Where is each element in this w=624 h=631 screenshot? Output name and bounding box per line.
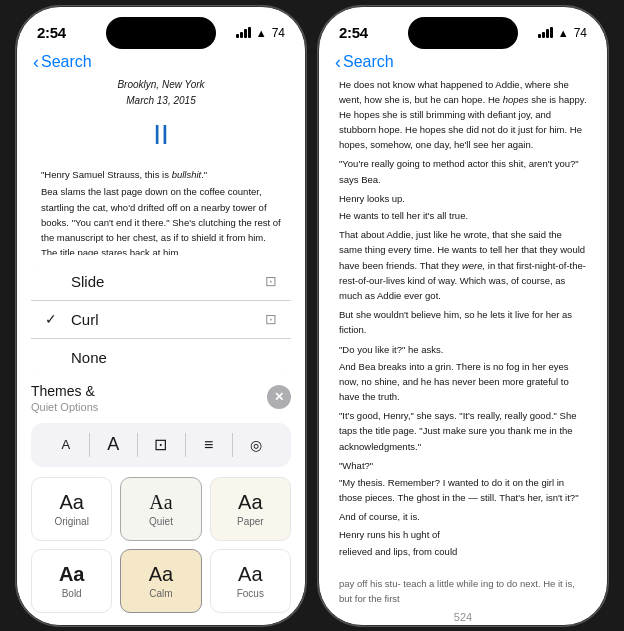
slide-option-curl[interactable]: ✓ Curl ⊡	[31, 301, 291, 339]
theme-paper[interactable]: Aa Paper	[210, 477, 291, 541]
font-spacing-icon: ≡	[204, 436, 213, 454]
rp-14: relieved and lips, from could	[339, 544, 587, 559]
slide-icon-slide: ⊡	[265, 273, 277, 289]
slide-option-slide[interactable]: Slide ⊡	[31, 263, 291, 301]
theme-original-name: Original	[54, 516, 88, 527]
checkmark-curl: ✓	[45, 311, 61, 327]
font-large-icon: A	[107, 434, 119, 455]
font-large-a[interactable]: A	[95, 429, 131, 461]
themes-label: Themes &	[31, 383, 95, 399]
divider-2	[137, 433, 138, 457]
rp-3: Henry looks up.	[339, 191, 587, 206]
status-right-left: ▲ 74	[236, 26, 285, 40]
rp-6: But she wouldn't believe him, so he lets…	[339, 307, 587, 337]
close-button[interactable]: ✕	[267, 385, 291, 409]
back-label-left: Search	[41, 53, 92, 71]
back-arrow-right: ‹	[335, 53, 341, 71]
slide-label-slide: Slide	[71, 273, 104, 290]
wifi-icon: ▲	[256, 27, 267, 39]
rp-13: Henry runs his h ught of	[339, 527, 587, 542]
theme-paper-aa: Aa	[238, 491, 262, 514]
rp-2: "You're really going to method actor thi…	[339, 156, 587, 186]
slide-option-none[interactable]: None	[31, 339, 291, 376]
theme-quiet-name: Quiet	[149, 516, 173, 527]
phones-container: 2:54 ▲ 74 ‹ Search Brooklyn, Ne	[16, 6, 608, 626]
time-left: 2:54	[37, 24, 66, 41]
theme-bold-aa: Aa	[59, 563, 85, 586]
theme-calm-aa: Aa	[149, 563, 173, 586]
back-button-right[interactable]: ‹ Search	[335, 53, 394, 71]
font-small-a[interactable]: A	[48, 429, 84, 461]
left-phone: 2:54 ▲ 74 ‹ Search Brooklyn, Ne	[16, 6, 306, 626]
eye-icon: ◎	[250, 437, 262, 453]
signal-icon-right	[538, 27, 553, 38]
slide-label-none: None	[71, 349, 107, 366]
font-type-icon: ⊡	[154, 435, 167, 454]
themes-section: Themes & Quiet Options ✕	[17, 376, 305, 417]
font-type-button[interactable]: ⊡	[143, 429, 179, 461]
dynamic-island	[106, 17, 216, 49]
display-button[interactable]: ◎	[238, 429, 274, 461]
quiet-options-label: Quiet Options	[31, 401, 98, 413]
divider-3	[185, 433, 186, 457]
battery-left: 74	[272, 26, 285, 40]
divider-4	[232, 433, 233, 457]
book-paragraphs-right: He does not know what happened to Addie,…	[339, 77, 587, 607]
theme-quiet[interactable]: Aa Quiet	[120, 477, 201, 541]
dynamic-island-right	[408, 17, 518, 49]
rp-8: And Bea breaks into a grin. There is no …	[339, 359, 587, 405]
rp-5: That about Addie, just like he wrote, th…	[339, 227, 587, 303]
rp-4: He wants to tell her it's all true.	[339, 208, 587, 223]
page-number: 524	[319, 607, 607, 626]
status-right-right: ▲ 74	[538, 26, 587, 40]
back-button-left[interactable]: ‹ Search	[33, 53, 92, 71]
wifi-icon-right: ▲	[558, 27, 569, 39]
theme-original-aa: Aa	[59, 491, 83, 514]
theme-focus-aa: Aa	[238, 563, 262, 586]
theme-calm[interactable]: Aa Calm	[120, 549, 201, 613]
theme-bold-name: Bold	[62, 588, 82, 599]
theme-quiet-aa: Aa	[149, 491, 172, 514]
rp-7: "Do you like it?" he asks.	[339, 342, 587, 357]
chapter-number: II	[41, 113, 281, 158]
rp-11: "My thesis. Remember? I wanted to do it …	[339, 475, 587, 505]
overlay-panel: Slide ⊡ ✓ Curl ⊡ None	[17, 255, 305, 625]
theme-calm-name: Calm	[149, 588, 172, 599]
signal-icon	[236, 27, 251, 38]
theme-grid: Aa Original Aa Quiet Aa Paper Aa Bold Aa	[17, 473, 305, 625]
rp-15: pay off his stu- teach a little while in…	[339, 576, 587, 606]
nav-bar-left: ‹ Search	[17, 51, 305, 77]
book-header: Brooklyn, New YorkMarch 13, 2015 II	[41, 77, 281, 158]
time-right: 2:54	[339, 24, 368, 41]
rp-1: He does not know what happened to Addie,…	[339, 77, 587, 153]
theme-focus[interactable]: Aa Focus	[210, 549, 291, 613]
book-location: Brooklyn, New YorkMarch 13, 2015	[41, 77, 281, 109]
slide-label-curl: Curl	[71, 311, 99, 328]
right-phone: 2:54 ▲ 74 ‹ Search He does not	[318, 6, 608, 626]
divider-1	[89, 433, 90, 457]
font-small-icon: A	[61, 437, 70, 452]
theme-original[interactable]: Aa Original	[31, 477, 112, 541]
nav-bar-right: ‹ Search	[319, 51, 607, 77]
theme-paper-name: Paper	[237, 516, 264, 527]
slide-icon-curl: ⊡	[265, 311, 277, 327]
font-controls: A A ⊡ ≡ ◎	[31, 423, 291, 467]
slide-menu: Slide ⊡ ✓ Curl ⊡ None	[31, 263, 291, 376]
book-para-1: "Henry Samuel Strauss, this is bullshit.…	[41, 167, 281, 182]
rp-12: And of course, it is.	[339, 509, 587, 524]
theme-focus-name: Focus	[237, 588, 264, 599]
book-content-right: He does not know what happened to Addie,…	[319, 77, 607, 607]
rp-10: "What?"	[339, 458, 587, 473]
theme-bold[interactable]: Aa Bold	[31, 549, 112, 613]
font-spacing-button[interactable]: ≡	[191, 429, 227, 461]
back-arrow-left: ‹	[33, 53, 39, 71]
back-label-right: Search	[343, 53, 394, 71]
themes-row: Themes & Quiet Options ✕	[31, 382, 291, 413]
battery-right: 74	[574, 26, 587, 40]
book-para-2: Bea slams the last page down on the coff…	[41, 184, 281, 260]
rp-9: "It's good, Henry," she says. "It's real…	[339, 408, 587, 454]
